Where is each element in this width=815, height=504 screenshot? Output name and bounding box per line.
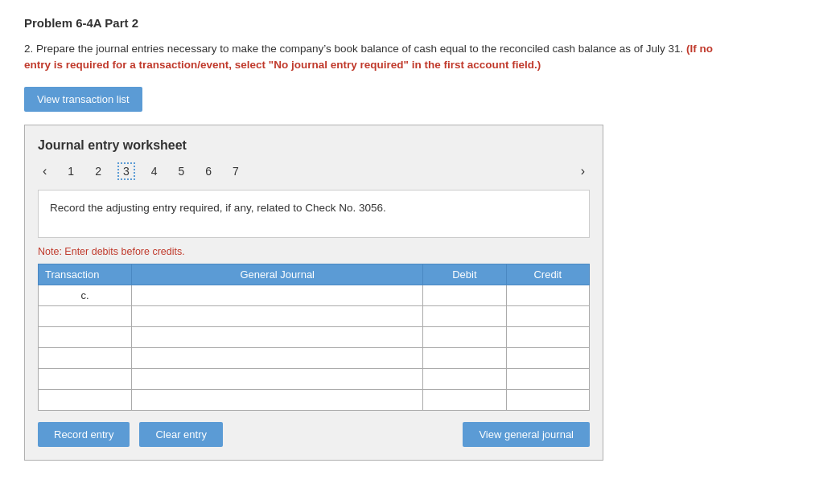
journal-cell[interactable] xyxy=(132,285,423,305)
col-general-journal: General Journal xyxy=(132,264,423,285)
debit-input[interactable] xyxy=(426,285,502,305)
debit-cell[interactable] xyxy=(423,368,506,389)
tab-2[interactable]: 2 xyxy=(90,163,106,179)
debit-cell[interactable] xyxy=(423,347,506,368)
debit-input[interactable] xyxy=(426,327,502,347)
tab-6[interactable]: 6 xyxy=(200,163,216,179)
record-entry-button[interactable]: Record entry xyxy=(38,422,130,447)
button-row: Record entry Clear entry View general jo… xyxy=(38,422,590,447)
credit-cell[interactable] xyxy=(506,368,589,389)
transaction-cell xyxy=(39,305,132,326)
prev-arrow[interactable]: ‹ xyxy=(38,162,51,180)
journal-table: Transaction General Journal Debit Credit… xyxy=(38,264,590,411)
next-arrow[interactable]: › xyxy=(576,162,590,180)
credit-input[interactable] xyxy=(510,369,586,389)
journal-input[interactable] xyxy=(135,348,419,368)
tab-7[interactable]: 7 xyxy=(228,163,244,179)
view-transaction-button[interactable]: View transaction list xyxy=(24,87,142,112)
problem-title: Problem 6-4A Part 2 xyxy=(24,16,791,30)
debit-input[interactable] xyxy=(426,348,502,368)
transaction-cell xyxy=(39,347,132,368)
table-row xyxy=(39,326,590,347)
debit-cell[interactable] xyxy=(423,389,506,410)
journal-cell[interactable] xyxy=(132,389,423,410)
table-row: c. xyxy=(39,285,590,305)
tab-3[interactable]: 3 xyxy=(117,162,135,180)
credit-input[interactable] xyxy=(510,327,586,347)
transaction-cell xyxy=(39,368,132,389)
view-general-journal-button[interactable]: View general journal xyxy=(463,422,590,447)
journal-input[interactable] xyxy=(135,327,419,347)
journal-cell[interactable] xyxy=(132,368,423,389)
tab-4[interactable]: 4 xyxy=(146,163,163,179)
col-transaction: Transaction xyxy=(39,264,132,285)
journal-input[interactable] xyxy=(135,390,419,410)
journal-input[interactable] xyxy=(135,369,419,389)
journal-cell[interactable] xyxy=(132,347,423,368)
journal-input[interactable] xyxy=(135,306,419,326)
debit-cell[interactable] xyxy=(423,285,506,305)
description-box: Record the adjusting entry required, if … xyxy=(38,190,590,238)
instructions: 2. Prepare the journal entries necessary… xyxy=(24,41,724,74)
credit-cell[interactable] xyxy=(506,285,589,305)
col-debit: Debit xyxy=(423,264,506,285)
credit-input[interactable] xyxy=(510,348,586,368)
journal-cell[interactable] xyxy=(132,326,423,347)
credit-input[interactable] xyxy=(510,285,586,305)
col-credit: Credit xyxy=(506,264,589,285)
transaction-cell: c. xyxy=(39,285,132,305)
debit-cell[interactable] xyxy=(423,326,506,347)
credit-input[interactable] xyxy=(510,390,586,410)
credit-cell[interactable] xyxy=(506,326,589,347)
credit-cell[interactable] xyxy=(506,305,589,326)
debit-input[interactable] xyxy=(426,369,502,389)
debit-input[interactable] xyxy=(426,390,502,410)
tab-1[interactable]: 1 xyxy=(63,163,79,179)
table-row xyxy=(39,368,590,389)
debit-input[interactable] xyxy=(426,306,502,326)
table-row xyxy=(39,305,590,326)
nav-row: ‹ 1 2 3 4 5 6 7 › xyxy=(38,162,590,180)
clear-entry-button[interactable]: Clear entry xyxy=(139,422,223,447)
debit-cell[interactable] xyxy=(423,305,506,326)
table-row xyxy=(39,389,590,410)
note-text: Note: Enter debits before credits. xyxy=(38,246,590,257)
journal-cell[interactable] xyxy=(132,305,423,326)
instructions-main: 2. Prepare the journal entries necessary… xyxy=(24,43,683,55)
table-row xyxy=(39,347,590,368)
credit-cell[interactable] xyxy=(506,389,589,410)
journal-input[interactable] xyxy=(135,285,419,305)
transaction-cell xyxy=(39,389,132,410)
tab-5[interactable]: 5 xyxy=(174,163,190,179)
credit-cell[interactable] xyxy=(506,347,589,368)
worksheet-container: Journal entry worksheet ‹ 1 2 3 4 5 6 7 … xyxy=(24,125,603,461)
credit-input[interactable] xyxy=(510,306,586,326)
transaction-cell xyxy=(39,326,132,347)
worksheet-title: Journal entry worksheet xyxy=(38,138,590,153)
